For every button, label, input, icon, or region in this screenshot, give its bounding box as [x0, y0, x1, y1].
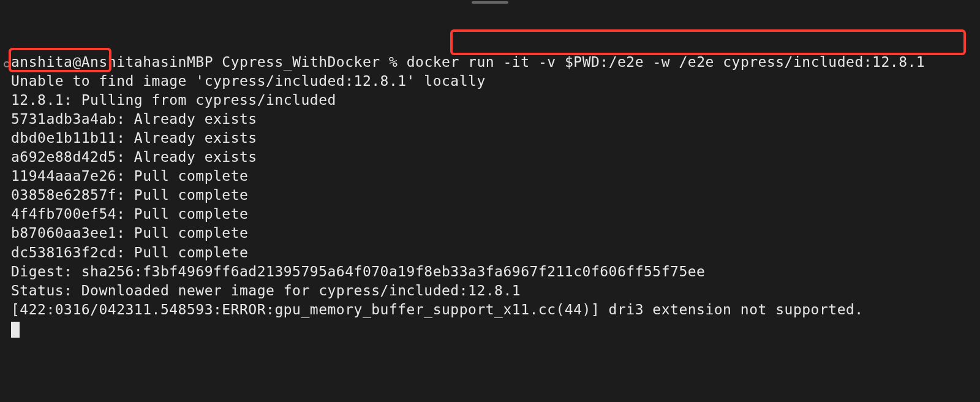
output-line: a692e88d42d5: Already exists	[11, 148, 969, 167]
prompt-indicator-icon	[4, 61, 10, 67]
output-line: 12.8.1: Pulling from cypress/included	[11, 91, 969, 110]
output-line: [422:0316/042311.548593:ERROR:gpu_memory…	[11, 300, 969, 319]
output-line: dc538163f2cd: Pull complete	[11, 243, 969, 262]
command-text: docker run -it -v $PWD:/e2e -w /e2e cypr…	[407, 54, 925, 70]
window-drag-handle[interactable]	[472, 1, 508, 4]
output-line: Digest: sha256:f3bf4969ff6ad21395795a64f…	[11, 262, 969, 281]
output-line: Unable to find image 'cypress/included:1…	[11, 72, 969, 91]
output-line: b87060aa3ee1: Pull complete	[11, 224, 969, 243]
output-line: 5731adb3a4ab: Already exists	[11, 110, 969, 129]
prompt-user-host: anshita@AnshitahasinMBP	[11, 54, 213, 70]
output-line: 03858e62857f: Pull complete	[11, 186, 969, 205]
terminal-pane[interactable]: anshita@AnshitahasinMBP Cypress_WithDock…	[0, 0, 980, 339]
output-line: 4f4fb700ef54: Pull complete	[11, 205, 969, 224]
prompt-line: anshita@AnshitahasinMBP Cypress_WithDock…	[11, 54, 925, 70]
output-line: dbd0e1b11b11: Already exists	[11, 129, 969, 148]
cursor-icon	[11, 322, 20, 338]
prompt-directory: Cypress_WithDocker	[222, 54, 380, 70]
prompt-symbol: %	[389, 54, 398, 70]
output-line: 11944aaa7e26: Pull complete	[11, 167, 969, 186]
output-line: Status: Downloaded newer image for cypre…	[11, 281, 969, 300]
